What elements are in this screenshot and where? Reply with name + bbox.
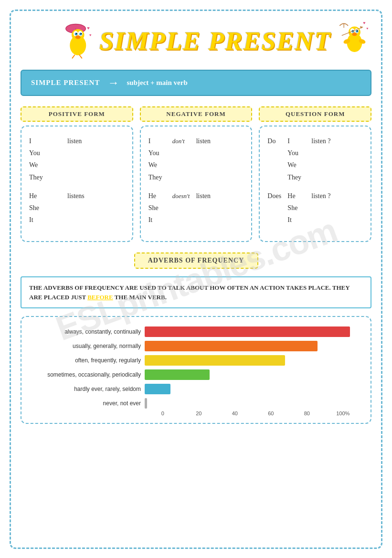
neg-subject-They: They [148, 171, 172, 183]
verb-listens: listens [67, 190, 85, 202]
question-row-It: It [267, 214, 363, 226]
bar-container [145, 355, 361, 366]
q-verb-listen-1: listen ? [311, 135, 330, 147]
question-row-I: Do I listen ? [267, 135, 363, 147]
axis-tick: 20 [181, 411, 217, 416]
rule-description: subject + main verb [127, 79, 187, 87]
tweety-right-icon: ♥ ♥ [333, 18, 371, 59]
adverbs-chart-box: always, constantly, continuallyusually, … [21, 316, 371, 424]
bar [145, 341, 318, 351]
rule-label: SIMPLE PRESENT [31, 79, 100, 87]
q-subject-He: He [287, 190, 311, 202]
negative-group1: I don't listen You We They [148, 135, 244, 183]
subject-They: They [29, 171, 53, 183]
svg-point-6 [74, 33, 77, 36]
adverbs-section: ADVERBS OF FREQUENCY THE ADVERBS OF FREQ… [21, 253, 371, 424]
chart-label: hardly ever, rarely, seldom [31, 386, 141, 392]
axis-tick: 80 [289, 411, 325, 416]
bar [145, 355, 285, 366]
bar [145, 369, 210, 380]
positive-form-header: POSITIVE FORM [21, 106, 133, 122]
svg-line-11 [72, 55, 75, 59]
chart-label: sometimes, occasionally, periodically [31, 371, 141, 378]
subject-You: You [29, 147, 53, 159]
q-subject-You: You [287, 147, 311, 159]
bar-container [145, 384, 361, 394]
tweety-left-icon: ♥ ♥ [61, 21, 99, 61]
chart-row: hardly ever, rarely, seldom [31, 384, 361, 394]
negative-row-You: You [148, 147, 244, 159]
forms-row: POSITIVE FORM I listen You We They [21, 106, 371, 242]
question-row-They: They [267, 171, 363, 183]
neg-subject-You: You [148, 147, 172, 159]
adverbs-rule-box: THE ADVERBS OF FREQUENCY ARE USED TO TAL… [21, 276, 371, 308]
question-group1: Do I listen ? You We They [267, 135, 363, 183]
svg-line-12 [79, 55, 82, 59]
positive-group2: He listens She It [29, 190, 125, 226]
svg-point-7 [79, 33, 82, 36]
neg-subject-She: She [148, 202, 172, 214]
question-row-You: You [267, 147, 363, 159]
svg-point-9 [80, 33, 81, 34]
bar [145, 384, 170, 394]
verb-listen-1: listen [67, 135, 82, 147]
chart-label: always, constantly, continually [31, 328, 141, 335]
subject-She: She [29, 202, 53, 214]
svg-text:♥: ♥ [366, 27, 368, 31]
question-row-He: Does He listen ? [267, 190, 363, 202]
svg-text:♥: ♥ [87, 26, 90, 31]
question-row-We: We [267, 159, 363, 171]
chart-area: always, constantly, continuallyusually, … [31, 326, 361, 409]
positive-row-I: I listen [29, 135, 125, 147]
adverbs-before-highlight: BEFORE [87, 294, 113, 301]
neg-aux-dont: don't [172, 136, 196, 147]
q-subject-I: I [287, 135, 311, 147]
negative-row-We: We [148, 159, 244, 171]
svg-point-23 [352, 32, 357, 36]
bar-container [145, 341, 361, 351]
q-do-1: Do [267, 135, 287, 147]
negative-row-He: He doesn't listen [148, 190, 244, 202]
positive-form-content: I listen You We They He [21, 126, 133, 242]
negative-row-It: It [148, 214, 244, 226]
neg-aux-doesnt: doesn't [172, 190, 196, 201]
negative-row-They: They [148, 171, 244, 183]
bar [145, 326, 350, 337]
question-group2: Does He listen ? She It [267, 190, 363, 226]
neg-subject-We: We [148, 159, 172, 171]
positive-row-It: It [29, 214, 125, 226]
chart-label: often, frequently, regularly [31, 357, 141, 364]
positive-row-He: He listens [29, 190, 125, 202]
q-subject-It: It [287, 214, 311, 226]
chart-row: usually, generally, normally [31, 341, 361, 351]
q-subject-They: They [287, 171, 311, 183]
chart-row: sometimes, occasionally, periodically [31, 369, 361, 380]
question-form-content: Do I listen ? You We They [259, 126, 371, 242]
axis-tick: 100% [325, 411, 361, 416]
adverbs-rule-text: THE ADVERBS OF FREQUENCY ARE USED TO TAL… [29, 284, 350, 301]
page-container: ESLprintables.com ♥ ♥ [10, 10, 382, 549]
chart-label: never, not ever [31, 400, 141, 407]
rule-box: SIMPLE PRESENT → subject + main verb [21, 70, 371, 96]
svg-point-22 [357, 30, 358, 31]
bar-container [145, 326, 361, 337]
positive-row-You: You [29, 147, 125, 159]
subject-I: I [29, 135, 53, 147]
negative-form-col: NEGATIVE FORM I don't listen You We [140, 106, 253, 242]
subject-It: It [29, 214, 53, 226]
bar-container [145, 398, 361, 409]
svg-text:♥: ♥ [363, 21, 365, 25]
q-verb-listen-2: listen ? [311, 190, 330, 202]
svg-text:♥: ♥ [89, 33, 92, 37]
svg-point-8 [76, 33, 77, 34]
neg-verb-listen-2: listen [196, 190, 211, 202]
chart-row: never, not ever [31, 398, 361, 409]
neg-subject-I: I [148, 135, 172, 147]
subject-We: We [29, 159, 53, 171]
question-form-col: QUESTION FORM Do I listen ? You We [259, 106, 371, 242]
header: ♥ ♥ SIMPLE PRESENT [21, 21, 371, 61]
axis-tick: 40 [217, 411, 253, 416]
chart-row: often, frequently, regularly [31, 355, 361, 366]
negative-group2: He doesn't listen She It [148, 190, 244, 226]
positive-row-We: We [29, 159, 125, 171]
